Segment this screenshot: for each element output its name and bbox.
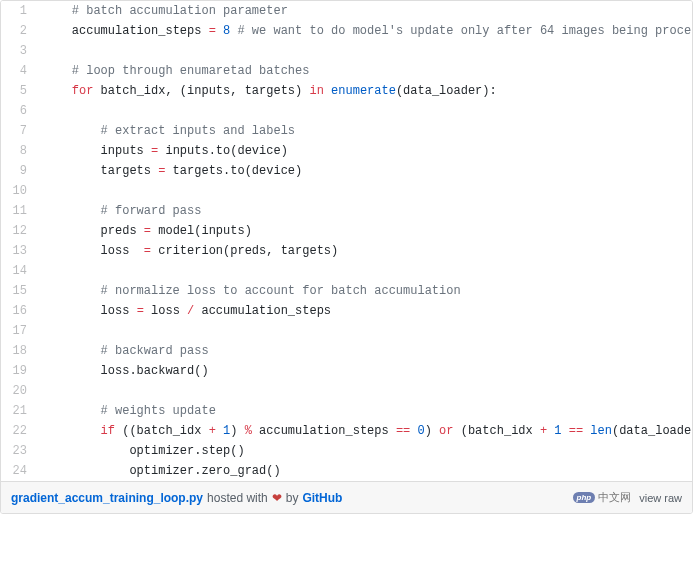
line-number[interactable]: 16 bbox=[1, 301, 37, 321]
php-badge-text: 中文网 bbox=[598, 490, 631, 505]
code-token: inputs bbox=[43, 144, 151, 158]
line-content: preds = model(inputs) bbox=[37, 221, 692, 241]
code-line: 9 targets = targets.to(device) bbox=[1, 161, 692, 181]
line-content bbox=[37, 321, 692, 341]
code-line: 13 loss = criterion(preds, targets) bbox=[1, 241, 692, 261]
code-token-pl-c1: 0 bbox=[418, 424, 425, 438]
code-token: inputs.to(device) bbox=[158, 144, 288, 158]
code-token-pl-c1: enumerate bbox=[331, 84, 396, 98]
code-line: 12 preds = model(inputs) bbox=[1, 221, 692, 241]
line-number[interactable]: 17 bbox=[1, 321, 37, 341]
code-token bbox=[43, 4, 72, 18]
line-number[interactable]: 5 bbox=[1, 81, 37, 101]
by-text: by bbox=[286, 491, 299, 505]
code-token bbox=[43, 84, 72, 98]
line-number[interactable]: 14 bbox=[1, 261, 37, 281]
code-token: preds bbox=[43, 224, 144, 238]
code-token-pl-c: # forward pass bbox=[101, 204, 202, 218]
line-number[interactable]: 19 bbox=[1, 361, 37, 381]
code-token: optimizer.step() bbox=[43, 444, 245, 458]
code-token bbox=[562, 424, 569, 438]
line-content: inputs = inputs.to(device) bbox=[37, 141, 692, 161]
code-line: 4 # loop through enumaretad batches bbox=[1, 61, 692, 81]
code-line: 8 inputs = inputs.to(device) bbox=[1, 141, 692, 161]
hosted-with-text: hosted with bbox=[207, 491, 268, 505]
code-token: loss bbox=[144, 304, 187, 318]
code-token-pl-k: in bbox=[309, 84, 323, 98]
code-line: 24 optimizer.zero_grad() bbox=[1, 461, 692, 481]
line-number[interactable]: 10 bbox=[1, 181, 37, 201]
line-number[interactable]: 7 bbox=[1, 121, 37, 141]
code-token-pl-k: % bbox=[245, 424, 252, 438]
code-token-pl-k: for bbox=[72, 84, 94, 98]
line-content: loss.backward() bbox=[37, 361, 692, 381]
line-number[interactable]: 18 bbox=[1, 341, 37, 361]
code-token bbox=[43, 424, 101, 438]
code-token: optimizer.zero_grad() bbox=[43, 464, 281, 478]
line-content bbox=[37, 181, 692, 201]
line-content bbox=[37, 381, 692, 401]
code-line: 10 bbox=[1, 181, 692, 201]
line-number[interactable]: 2 bbox=[1, 21, 37, 41]
code-line: 21 # weights update bbox=[1, 401, 692, 421]
code-token: accumulation_steps bbox=[252, 424, 396, 438]
line-content: # backward pass bbox=[37, 341, 692, 361]
line-number[interactable]: 20 bbox=[1, 381, 37, 401]
line-number[interactable]: 23 bbox=[1, 441, 37, 461]
line-number[interactable]: 11 bbox=[1, 201, 37, 221]
line-content: targets = targets.to(device) bbox=[37, 161, 692, 181]
code-token: accumulation_steps bbox=[72, 24, 209, 38]
line-number[interactable]: 3 bbox=[1, 41, 37, 61]
code-line: 16 loss = loss / accumulation_steps bbox=[1, 301, 692, 321]
line-content: optimizer.step() bbox=[37, 441, 692, 461]
code-token: loss bbox=[43, 304, 137, 318]
gist-container: 1 # batch accumulation parameter2 accumu… bbox=[0, 0, 693, 514]
code-token: targets bbox=[43, 164, 158, 178]
code-token bbox=[43, 24, 72, 38]
code-token bbox=[43, 124, 101, 138]
line-content: # loop through enumaretad batches bbox=[37, 61, 692, 81]
line-content: # forward pass bbox=[37, 201, 692, 221]
line-number[interactable]: 1 bbox=[1, 1, 37, 21]
code-line: 22 if ((batch_idx + 1) % accumulation_st… bbox=[1, 421, 692, 441]
line-number[interactable]: 24 bbox=[1, 461, 37, 481]
code-token bbox=[43, 204, 101, 218]
line-content bbox=[37, 261, 692, 281]
code-token-pl-k: + bbox=[209, 424, 216, 438]
code-line: 19 loss.backward() bbox=[1, 361, 692, 381]
line-number[interactable]: 15 bbox=[1, 281, 37, 301]
line-content: # normalize loss to account for batch ac… bbox=[37, 281, 692, 301]
line-number[interactable]: 9 bbox=[1, 161, 37, 181]
code-token bbox=[43, 404, 101, 418]
line-number[interactable]: 22 bbox=[1, 421, 37, 441]
line-number[interactable]: 13 bbox=[1, 241, 37, 261]
code-token bbox=[216, 424, 223, 438]
code-token: (data_loader)): bbox=[612, 424, 692, 438]
code-token-pl-c1: 1 bbox=[554, 424, 561, 438]
line-number[interactable]: 6 bbox=[1, 101, 37, 121]
code-token: ) bbox=[230, 424, 244, 438]
line-content: loss = criterion(preds, targets) bbox=[37, 241, 692, 261]
gist-meta-bar: gradient_accum_training_loop.py hosted w… bbox=[1, 481, 692, 513]
code-line: 5 for batch_idx, (inputs, targets) in en… bbox=[1, 81, 692, 101]
code-line: 11 # forward pass bbox=[1, 201, 692, 221]
line-number[interactable]: 12 bbox=[1, 221, 37, 241]
view-raw-link[interactable]: view raw bbox=[639, 492, 682, 504]
line-content: if ((batch_idx + 1) % accumulation_steps… bbox=[37, 421, 692, 441]
code-token-pl-c: # batch accumulation parameter bbox=[72, 4, 288, 18]
line-number[interactable]: 8 bbox=[1, 141, 37, 161]
code-line: 20 bbox=[1, 381, 692, 401]
heart-icon: ❤ bbox=[272, 491, 282, 505]
code-token: (batch_idx bbox=[454, 424, 540, 438]
code-line: 2 accumulation_steps = 8 # we want to do… bbox=[1, 21, 692, 41]
code-line: 18 # backward pass bbox=[1, 341, 692, 361]
code-token bbox=[324, 84, 331, 98]
code-token: (data_loader): bbox=[396, 84, 497, 98]
code-token-pl-k: = bbox=[144, 244, 151, 258]
line-number[interactable]: 4 bbox=[1, 61, 37, 81]
code-token-pl-k: = bbox=[137, 304, 144, 318]
line-content bbox=[37, 41, 692, 61]
github-link[interactable]: GitHub bbox=[302, 491, 342, 505]
gist-filename-link[interactable]: gradient_accum_training_loop.py bbox=[11, 491, 203, 505]
line-number[interactable]: 21 bbox=[1, 401, 37, 421]
